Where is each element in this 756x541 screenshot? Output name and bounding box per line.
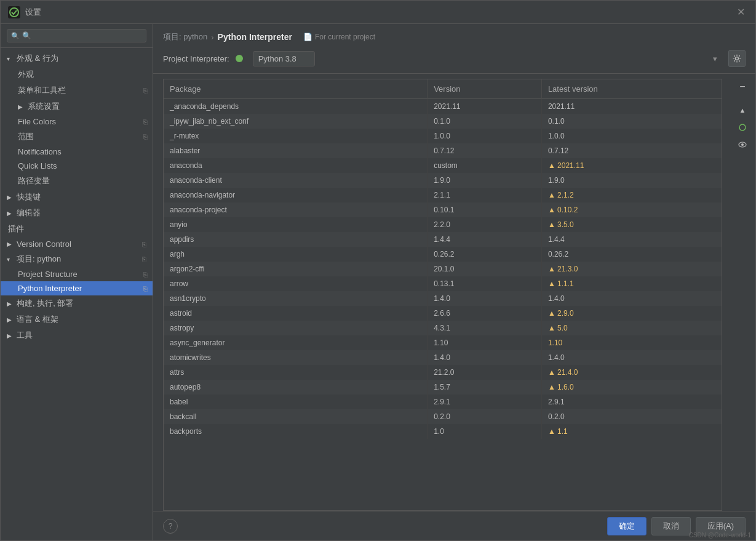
sidebar-item-pythoninterpreter[interactable]: Python Interpreter ⎘	[1, 281, 153, 295]
package-latest-version: 1.9.0	[541, 173, 722, 188]
package-latest-version: ▲ 1.1.1	[541, 276, 722, 291]
package-name: anaconda-project	[164, 202, 428, 217]
package-version: 4.3.1	[428, 321, 542, 335]
table-row[interactable]: anaconda-navigator2.1.1▲ 2.1.2	[164, 188, 722, 202]
package-latest-version: ▲ 1.1	[541, 424, 722, 439]
table-area: Package Version Latest version _anaconda…	[153, 79, 755, 511]
project-copy-icon: ⎘	[142, 255, 146, 263]
table-row[interactable]: babel2.9.12.9.1	[164, 395, 722, 409]
package-latest-version: ▲ 2.9.0	[541, 306, 722, 321]
arrow-lang-icon: ▶	[7, 316, 14, 323]
sidebar-item-quicklists[interactable]: Quick Lists	[1, 159, 153, 173]
arrow-project-icon: ▾	[7, 256, 14, 263]
package-name: attrs	[164, 365, 428, 380]
package-version: 1.10	[428, 335, 542, 350]
copy-icon: ⎘	[143, 118, 148, 126]
sidebar-group-vcs[interactable]: ▶ Version Control ⎘	[1, 237, 153, 251]
sidebar-group-build[interactable]: ▶ 构建, 执行, 部署	[1, 295, 153, 311]
table-row[interactable]: anaconda-project0.10.1▲ 0.10.2	[164, 202, 722, 217]
table-row[interactable]: appdirs1.4.41.4.4	[164, 232, 722, 247]
table-row[interactable]: async_generator1.101.10	[164, 335, 722, 350]
app-icon	[8, 6, 20, 18]
remove-package-button[interactable]: −	[734, 79, 750, 95]
sidebar-item-scope[interactable]: 范围 ⎘	[1, 129, 153, 145]
table-row[interactable]: arrow0.13.1▲ 1.1.1	[164, 276, 722, 291]
interpreter-settings-button[interactable]	[728, 50, 746, 67]
sidebar-group-editor[interactable]: ▶ 编辑器	[1, 205, 153, 221]
table-row[interactable]: _anaconda_depends2021.112021.11	[164, 99, 722, 114]
package-name: _ipyw_jlab_nb_ext_conf	[164, 114, 428, 129]
package-latest-version: ▲ 0.10.2	[541, 202, 722, 217]
sidebar-group-languages[interactable]: ▶ 语言 & 框架	[1, 311, 153, 327]
svg-point-2	[736, 57, 739, 60]
table-row[interactable]: astropy4.3.1▲ 5.0	[164, 321, 722, 335]
packages-table: Package Version Latest version _anaconda…	[164, 79, 722, 439]
package-name: _anaconda_depends	[164, 99, 428, 114]
package-latest-version: 1.4.4	[541, 232, 722, 247]
sidebar-group-project[interactable]: ▾ 项目: python ⎘	[1, 251, 153, 267]
expand-arrow-icon: ▾	[7, 55, 14, 62]
table-row[interactable]: autopep81.5.7▲ 1.6.0	[164, 380, 722, 395]
scroll-up-button[interactable]: ▲	[734, 102, 750, 118]
package-latest-version: 0.26.2	[541, 247, 722, 262]
expand-arrow-icon-sys: ▶	[18, 103, 25, 110]
package-version: 1.9.0	[428, 173, 542, 188]
package-version: 2021.11	[428, 99, 542, 114]
table-row[interactable]: attrs21.2.0▲ 21.4.0	[164, 365, 722, 380]
package-latest-version: 0.1.0	[541, 114, 722, 129]
table-row[interactable]: astroid2.6.6▲ 2.9.0	[164, 306, 722, 321]
sidebar-item-plugins[interactable]: 插件	[1, 221, 153, 237]
sidebar-item-menutoolbar[interactable]: 菜单和工具栏 ⎘	[1, 82, 153, 98]
sidebar-item-appearance[interactable]: 外观	[1, 66, 153, 82]
breadcrumb-current: Python Interpreter	[218, 32, 292, 42]
package-version: 0.26.2	[428, 247, 542, 262]
sidebar-item-filecolors[interactable]: File Colors ⎘	[1, 114, 153, 129]
table-row[interactable]: backports1.0▲ 1.1	[164, 424, 722, 439]
footer: ? 确定 取消 应用(A)	[153, 511, 755, 540]
table-row[interactable]: _ipyw_jlab_nb_ext_conf0.1.00.1.0	[164, 114, 722, 129]
package-name: astropy	[164, 321, 428, 335]
sidebar-item-notifications[interactable]: Notifications	[1, 145, 153, 159]
close-button[interactable]: ✕	[733, 5, 748, 20]
breadcrumb-separator: ›	[211, 33, 213, 42]
table-row[interactable]: anaconda-client1.9.01.9.0	[164, 173, 722, 188]
sidebar-item-projectstructure[interactable]: Project Structure ⎘	[1, 267, 153, 281]
help-button[interactable]: ?	[163, 519, 178, 534]
table-row[interactable]: alabaster0.7.120.7.12	[164, 143, 722, 158]
ok-button[interactable]: 确定	[607, 517, 647, 535]
package-version: custom	[428, 158, 542, 173]
table-row[interactable]: backcall0.2.00.2.0	[164, 409, 722, 424]
settings-window: 设置 ✕ 🔍 ▾ 外观 & 行为 外观 菜单和	[0, 0, 756, 541]
package-version: 0.10.1	[428, 202, 542, 217]
breadcrumb: 项目: python › Python Interpreter 📄 For cu…	[163, 31, 746, 42]
package-version: 2.1.1	[428, 188, 542, 202]
sidebar-group-system[interactable]: ▶ 系统设置	[1, 98, 153, 114]
package-latest-version: 1.4.0	[541, 291, 722, 306]
table-row[interactable]: atomicwrites1.4.01.4.0	[164, 350, 722, 365]
package-name: autopep8	[164, 380, 428, 395]
package-version: 1.0.0	[428, 129, 542, 143]
packages-tbody: _anaconda_depends2021.112021.11_ipyw_jla…	[164, 99, 722, 439]
table-row[interactable]: argon2-cffi20.1.0▲ 21.3.0	[164, 262, 722, 276]
eye-button[interactable]	[734, 137, 750, 153]
interpreter-select[interactable]: Python 3.8	[253, 51, 315, 66]
sidebar-group-keymap[interactable]: ▶ 快捷键	[1, 189, 153, 205]
cancel-button[interactable]: 取消	[651, 517, 691, 535]
table-row[interactable]: argh0.26.20.26.2	[164, 247, 722, 262]
table-row[interactable]: asn1crypto1.4.01.4.0	[164, 291, 722, 306]
sidebar-item-pathvars[interactable]: 路径变量	[1, 173, 153, 189]
package-latest-version: 1.0.0	[541, 129, 722, 143]
refresh-button[interactable]	[734, 119, 750, 135]
table-row[interactable]: anyio2.2.0▲ 3.5.0	[164, 217, 722, 232]
table-row[interactable]: _r-mutex1.0.01.0.0	[164, 129, 722, 143]
package-name: asn1crypto	[164, 291, 428, 306]
sidebar-group-appearance[interactable]: ▾ 外观 & 行为	[1, 50, 153, 66]
table-row[interactable]: anacondacustom▲ 2021.11	[164, 158, 722, 173]
package-latest-version: ▲ 21.4.0	[541, 365, 722, 380]
interpreter-label: Project Interpreter:	[163, 54, 229, 63]
sidebar-group-tools[interactable]: ▶ 工具	[1, 327, 153, 343]
package-latest-version: ▲ 1.6.0	[541, 380, 722, 395]
search-input[interactable]	[7, 29, 146, 42]
package-name: _r-mutex	[164, 129, 428, 143]
watermark: CSDN @Code-world-1	[689, 532, 751, 539]
